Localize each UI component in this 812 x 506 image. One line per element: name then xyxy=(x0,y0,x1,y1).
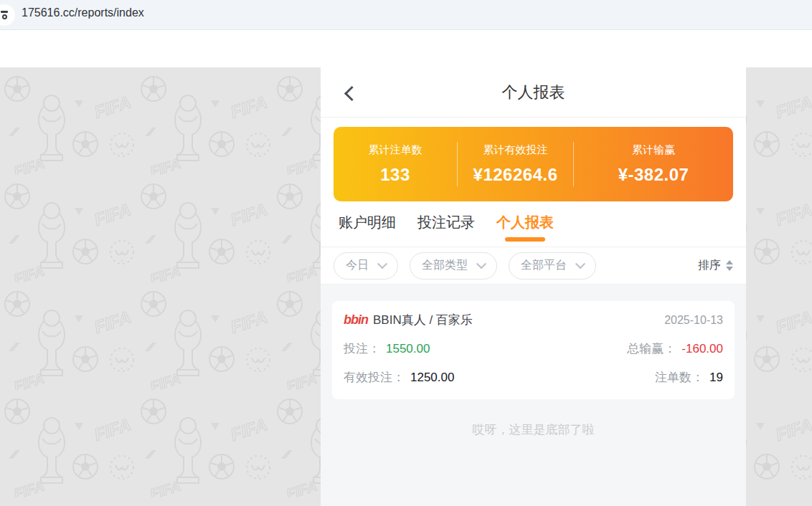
field-label: 投注： xyxy=(344,340,380,357)
chevron-down-icon xyxy=(476,259,486,269)
panel-top-spacer xyxy=(321,30,746,67)
chevron-down-icon xyxy=(575,259,585,269)
filter-bar: 今日 全部类型 全部平台 排序 xyxy=(321,247,746,285)
tab-account-details[interactable]: 账户明细 xyxy=(339,213,396,247)
date-filter-dropdown[interactable]: 今日 xyxy=(334,252,398,280)
report-date: 2025-10-13 xyxy=(664,314,723,327)
report-row: 有效投注： 1250.00 注单数： 19 xyxy=(344,369,723,386)
active-tab-underline xyxy=(505,237,545,242)
provider-game-name: BBIN真人 / 百家乐 xyxy=(373,312,473,328)
valid-bet-amount: 有效投注： 1250.00 xyxy=(344,369,454,386)
dropdown-label: 全部平台 xyxy=(521,258,567,273)
bet-amount: 投注： 1550.00 xyxy=(344,340,430,357)
stat-value: ¥126264.6 xyxy=(473,165,558,185)
type-filter-dropdown[interactable]: 全部类型 xyxy=(410,252,497,280)
report-row: 投注： 1550.00 总输赢： -160.00 xyxy=(344,340,723,357)
field-label: 注单数： xyxy=(655,369,704,386)
sort-label: 排序 xyxy=(698,258,721,273)
field-value: -160.00 xyxy=(681,342,723,356)
field-value: 1250.00 xyxy=(410,371,454,385)
site-info-icon[interactable] xyxy=(0,4,15,26)
sort-button[interactable]: 排序 xyxy=(698,258,733,273)
field-value: 19 xyxy=(709,371,723,385)
tab-bet-records[interactable]: 投注记录 xyxy=(417,213,475,247)
field-value: 1550.00 xyxy=(386,342,430,356)
browser-address-bar: 175616.cc/reports/index xyxy=(0,0,812,30)
stat-value: ¥-382.07 xyxy=(618,165,689,185)
screen: 175616.cc/reports/index xyxy=(0,0,812,506)
field-label: 有效投注： xyxy=(344,369,405,386)
report-list: bbin BBIN真人 / 百家乐 2025-10-13 投注： 1550.00… xyxy=(321,285,746,506)
stat-label: 累计有效投注 xyxy=(483,143,548,157)
page-title: 个人报表 xyxy=(321,67,746,117)
report-panel: 个人报表 累计注单数 133 累计有效投注 ¥126264.6 累计输赢 ¥-3… xyxy=(321,30,746,506)
report-list-item[interactable]: bbin BBIN真人 / 百家乐 2025-10-13 投注： 1550.00… xyxy=(332,301,735,399)
tab-personal-report[interactable]: 个人报表 xyxy=(496,213,554,247)
dropdown-label: 今日 xyxy=(346,258,369,273)
stat-label: 累计输赢 xyxy=(632,143,675,157)
total-win-loss: 总输赢： -160.00 xyxy=(627,340,723,357)
summary-stats-card: 累计注单数 133 累计有效投注 ¥126264.6 累计输赢 ¥-382.07 xyxy=(334,127,733,201)
tab-label: 个人报表 xyxy=(496,214,554,230)
stat-win-loss: 累计输赢 ¥-382.07 xyxy=(574,143,733,185)
web-page: FIFA FIFA 个人报表 累计注单数 133 xyxy=(0,30,812,506)
stat-value: 133 xyxy=(380,165,410,185)
field-label: 总输赢： xyxy=(627,340,676,357)
sort-arrows-icon xyxy=(726,260,733,271)
chevron-down-icon xyxy=(377,259,387,269)
bet-count: 注单数： 19 xyxy=(655,369,723,386)
stat-label: 累计注单数 xyxy=(369,143,422,157)
dropdown-label: 全部类型 xyxy=(422,258,468,273)
report-item-header: bbin BBIN真人 / 百家乐 2025-10-13 xyxy=(344,312,723,328)
platform-filter-dropdown[interactable]: 全部平台 xyxy=(509,252,596,280)
tab-bar: 账户明细 投注记录 个人报表 xyxy=(321,201,746,247)
end-of-list-text: 哎呀，这里是底部了啦 xyxy=(332,421,735,438)
stat-total-bets: 累计注单数 133 xyxy=(334,143,457,185)
url-text[interactable]: 175616.cc/reports/index xyxy=(22,6,144,19)
panel-header: 个人报表 xyxy=(321,67,746,118)
bbin-logo: bbin xyxy=(344,312,368,328)
stat-valid-bets: 累计有效投注 ¥126264.6 xyxy=(458,143,573,185)
